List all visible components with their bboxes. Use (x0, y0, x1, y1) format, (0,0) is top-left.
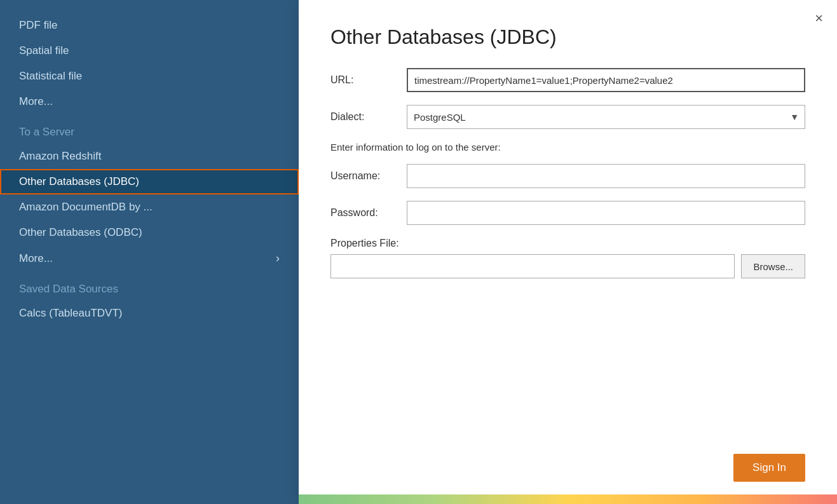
sidebar-item-spatial-file[interactable]: Spatial file (0, 38, 299, 64)
password-input[interactable] (407, 201, 805, 225)
url-row: URL: (330, 68, 805, 92)
dialect-select-wrapper: PostgreSQL MySQL Oracle SQL Server Gener… (407, 105, 805, 129)
sidebar-item-amazon-documentdb[interactable]: Amazon DocumentDB by ... (0, 194, 299, 220)
info-text: Enter information to log on to the serve… (330, 142, 805, 153)
sidebar-item-other-databases-jdbc[interactable]: Other Databases (JDBC) (0, 169, 299, 194)
dialect-label: Dialect: (330, 111, 407, 123)
sign-in-button[interactable]: Sign In (733, 454, 805, 482)
password-row: Password: (330, 201, 805, 225)
sidebar-section-server: To a Server (0, 114, 299, 144)
sidebar-item-more-server[interactable]: More... › (0, 245, 299, 271)
username-input[interactable] (407, 164, 805, 188)
close-button[interactable]: × (815, 11, 823, 25)
dialog-backdrop: × Other Databases (JDBC) URL: Dialect: P… (299, 0, 837, 504)
dialect-select[interactable]: PostgreSQL MySQL Oracle SQL Server Gener… (407, 105, 805, 129)
sidebar-item-calcs-tableautdvt[interactable]: Calcs (TableauTDVT) (0, 301, 299, 326)
password-label: Password: (330, 207, 407, 219)
properties-file-input[interactable] (330, 254, 735, 278)
sidebar: PDF file Spatial file Statistical file M… (0, 0, 299, 504)
properties-file-label: Properties File: (330, 238, 805, 249)
sidebar-item-statistical-file[interactable]: Statistical file (0, 64, 299, 89)
sidebar-item-pdf-file[interactable]: PDF file (0, 13, 299, 38)
more-server-arrow-icon: › (276, 252, 280, 265)
properties-file-section: Properties File: Browse... (330, 238, 805, 278)
username-label: Username: (330, 170, 407, 182)
properties-file-row: Browse... (330, 254, 805, 278)
dialect-row: Dialect: PostgreSQL MySQL Oracle SQL Ser… (330, 105, 805, 129)
bottom-strip (299, 494, 837, 504)
sidebar-item-other-databases-odbc[interactable]: Other Databases (ODBC) (0, 220, 299, 245)
url-label: URL: (330, 74, 407, 86)
sidebar-item-more-top[interactable]: More... (0, 89, 299, 114)
username-row: Username: (330, 164, 805, 188)
dialog: × Other Databases (JDBC) URL: Dialect: P… (299, 0, 837, 504)
sidebar-item-amazon-redshift[interactable]: Amazon Redshift (0, 144, 299, 169)
dialog-title: Other Databases (JDBC) (330, 25, 805, 49)
url-input[interactable] (407, 68, 805, 92)
sidebar-section-saved: Saved Data Sources (0, 271, 299, 301)
browse-button[interactable]: Browse... (741, 254, 805, 278)
